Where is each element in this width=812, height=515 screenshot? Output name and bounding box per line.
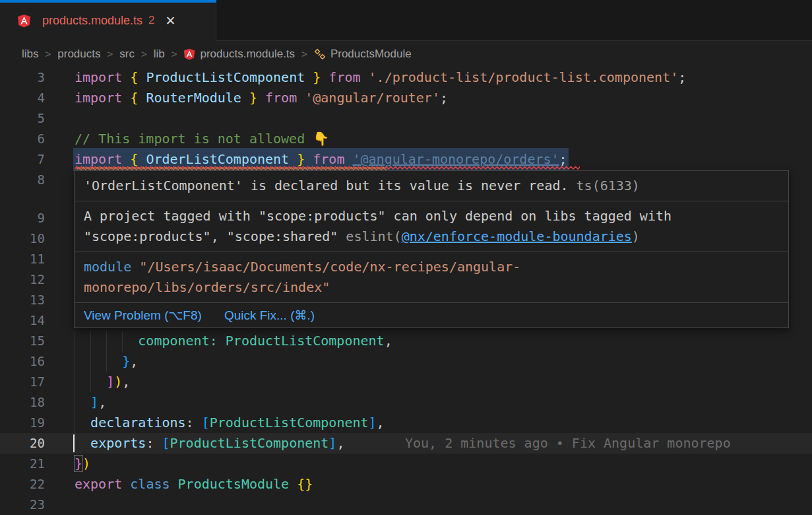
git-blame-annotation: You, 2 minutes ago • Fix Angular monorep…: [405, 433, 731, 454]
breadcrumb-item-symbol[interactable]: ProductsModule: [330, 48, 412, 61]
code-token: [75, 415, 90, 430]
chevron-right-icon: >: [172, 48, 177, 59]
code-token: [: [202, 415, 210, 430]
code-token: }: [249, 90, 257, 106]
code-token: ): [632, 228, 640, 244]
code-token: ]: [328, 435, 336, 451]
quick-fix-button[interactable]: Quick Fix... (⌘.): [224, 308, 315, 323]
code-token: [122, 151, 130, 167]
breadcrumb-item-libs[interactable]: libs: [22, 48, 39, 61]
code-token: :: [186, 415, 202, 430]
breadcrumb-item-products[interactable]: products: [57, 48, 100, 61]
code-token: }: [297, 151, 305, 167]
breadcrumb-item-src[interactable]: src: [119, 48, 135, 61]
tab-filename: products.module.ts: [42, 14, 142, 28]
tab-problem-count-badge: 2: [148, 14, 154, 27]
line-number[interactable]: 23: [0, 495, 45, 515]
code-line-23[interactable]: 23: [0, 495, 812, 515]
code-token: ,: [130, 353, 138, 369]
code-token: [75, 353, 122, 369]
code-token: module: [84, 259, 131, 275]
line-number[interactable]: 18: [0, 392, 45, 413]
line-number[interactable]: 8: [0, 170, 45, 190]
line-number[interactable]: 10: [0, 228, 45, 249]
code-token: ]: [90, 394, 98, 410]
chevron-right-icon: >: [46, 48, 51, 59]
breadcrumb-item-file[interactable]: products.module.ts: [200, 48, 295, 61]
line-number[interactable]: 6: [0, 129, 45, 149]
code-line-18[interactable]: 18 ],: [0, 392, 812, 413]
code-token: }: [75, 456, 82, 471]
code-line-22[interactable]: 22export class ProductsModule {}: [0, 474, 812, 495]
code-token: ,: [377, 415, 385, 430]
code-token: ;: [678, 69, 686, 85]
code-line-15[interactable]: 15 component: ProductListComponent,: [0, 331, 812, 351]
line-number[interactable]: 3: [0, 67, 45, 88]
code-line-3[interactable]: 3import { ProductListComponent } from '.…: [0, 67, 812, 88]
code-text: ],: [75, 392, 106, 413]
code-token: ,: [336, 435, 344, 451]
line-number[interactable]: 7: [0, 149, 45, 170]
line-number[interactable]: 13: [0, 290, 45, 310]
line-number[interactable]: 16: [0, 351, 45, 372]
code-line-7[interactable]: 7import { OrderListComponent } from '@an…: [0, 149, 812, 170]
code-token: ProductsModule: [178, 476, 290, 492]
code-line-5[interactable]: 5: [0, 108, 812, 129]
module-specifier-link[interactable]: '@angular-monorepo/orders': [353, 151, 559, 167]
view-problem-button[interactable]: View Problem (⌥F8): [84, 308, 202, 323]
line-number[interactable]: 12: [0, 269, 45, 290]
breadcrumb-item-lib[interactable]: lib: [154, 48, 165, 61]
line-number[interactable]: 20: [0, 433, 45, 454]
line-number[interactable]: 19: [0, 413, 45, 433]
code-line-16[interactable]: 16 },: [0, 351, 812, 372]
angular-icon: [17, 14, 31, 28]
code-token: class: [130, 476, 170, 492]
code-token: [75, 374, 106, 390]
code-line-20[interactable]: 20 exports: [ProductListComponent],You, …: [0, 433, 812, 454]
code-token: [361, 69, 369, 85]
code-text: declarations: [ProductListComponent],: [75, 413, 385, 433]
code-line-19[interactable]: 19 declarations: [ProductListComponent],: [0, 413, 812, 433]
code-token: exports: [90, 435, 146, 451]
hover-section-1: A project tagged with "scope:products" c…: [75, 201, 788, 252]
line-number[interactable]: 11: [0, 249, 45, 269]
line-number[interactable]: 22: [0, 474, 45, 495]
close-icon[interactable]: ✕: [166, 13, 176, 28]
code-token: monorepo/libs/orders/src/index": [84, 279, 330, 295]
code-text: import { ProductListComponent } from './…: [75, 67, 686, 88]
code-token: }: [122, 353, 130, 369]
code-token: {: [130, 69, 138, 85]
code-token: :: [146, 435, 162, 451]
code-line-4[interactable]: 4import { RouterModule } from '@angular/…: [0, 88, 812, 108]
code-token: [305, 151, 313, 167]
code-token: [75, 333, 138, 349]
line-number[interactable]: 17: [0, 372, 45, 392]
class-symbol-icon: [314, 48, 326, 60]
tab-products-module[interactable]: products.module.ts 2 ✕: [0, 0, 216, 41]
line-number[interactable]: 4: [0, 88, 45, 108]
code-text: exports: [ProductListComponent],: [75, 433, 344, 454]
code-token: RouterModule: [146, 90, 241, 106]
code-line-17[interactable]: 17 ]),: [0, 372, 812, 392]
code-token: [122, 69, 130, 85]
code-token: [122, 90, 130, 106]
chevron-right-icon: >: [301, 48, 307, 59]
breadcrumb: libs > products > src > lib > products.m…: [0, 42, 812, 66]
eslint-rule-link[interactable]: @nx/enforce-module-boundaries: [402, 228, 632, 244]
code-token: OrderListComponent: [146, 151, 289, 167]
code-line-6[interactable]: 6// This import is not allowed 👇: [0, 129, 812, 149]
line-number[interactable]: 5: [0, 108, 45, 129]
code-token: './product-list/product-list.component': [369, 69, 679, 85]
code-token: declarations: [90, 415, 186, 430]
code-token: A project tagged with "scope:products" c…: [84, 208, 671, 224]
code-token: }: [313, 69, 321, 85]
line-number[interactable]: 15: [0, 331, 45, 351]
code-token: ProductListComponent: [226, 333, 385, 349]
line-number[interactable]: 14: [0, 310, 45, 331]
code-token: [218, 333, 226, 349]
line-number[interactable]: 9: [0, 208, 45, 228]
code-line-21[interactable]: 21}): [0, 454, 812, 474]
code-token: {: [130, 90, 138, 106]
code-token: [289, 476, 297, 492]
line-number[interactable]: 21: [0, 454, 45, 474]
